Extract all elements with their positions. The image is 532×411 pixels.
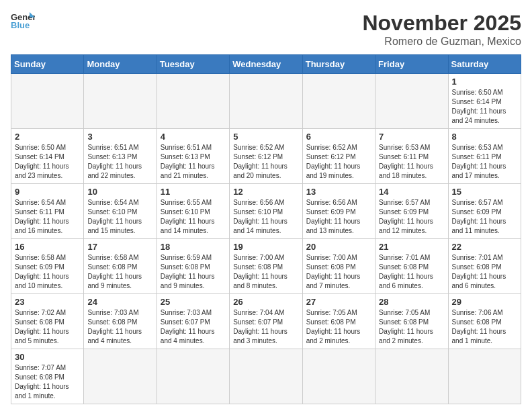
day-info: Sunrise: 7:02 AM Sunset: 6:08 PM Dayligh… [15,308,80,346]
day-number: 2 [15,132,80,142]
day-info: Sunrise: 7:05 AM Sunset: 6:08 PM Dayligh… [306,308,371,346]
day-number: 18 [161,242,226,252]
day-info: Sunrise: 7:03 AM Sunset: 6:08 PM Dayligh… [87,308,152,346]
day-number: 22 [452,242,517,252]
day-number: 7 [379,132,444,142]
weekday-header: Tuesday [157,55,229,74]
day-info: Sunrise: 7:01 AM Sunset: 6:08 PM Dayligh… [379,253,444,291]
day-number: 1 [452,77,517,87]
calendar-day-cell: 11Sunrise: 6:55 AM Sunset: 6:10 PM Dayli… [157,184,229,239]
day-number: 23 [15,297,80,307]
day-info: Sunrise: 7:01 AM Sunset: 6:08 PM Dayligh… [452,253,517,291]
calendar-day-cell [157,74,229,129]
day-number: 9 [15,187,80,197]
day-info: Sunrise: 7:05 AM Sunset: 6:08 PM Dayligh… [379,308,444,346]
day-number: 3 [87,132,152,142]
calendar-week-row: 16Sunrise: 6:58 AM Sunset: 6:09 PM Dayli… [11,239,521,294]
calendar-day-cell: 21Sunrise: 7:01 AM Sunset: 6:08 PM Dayli… [375,239,448,294]
calendar-week-row: 23Sunrise: 7:02 AM Sunset: 6:08 PM Dayli… [11,294,521,349]
calendar-day-cell: 10Sunrise: 6:54 AM Sunset: 6:10 PM Dayli… [84,184,157,239]
calendar-day-cell: 23Sunrise: 7:02 AM Sunset: 6:08 PM Dayli… [11,294,84,349]
calendar-day-cell: 18Sunrise: 6:59 AM Sunset: 6:08 PM Dayli… [157,239,229,294]
day-info: Sunrise: 6:58 AM Sunset: 6:09 PM Dayligh… [15,253,80,291]
calendar-day-cell: 12Sunrise: 6:56 AM Sunset: 6:10 PM Dayli… [230,184,302,239]
page-header: General Blue November 2025 Romero de Guz… [11,11,521,48]
calendar-day-cell: 17Sunrise: 6:58 AM Sunset: 6:08 PM Dayli… [84,239,157,294]
weekday-header-row: SundayMondayTuesdayWednesdayThursdayFrid… [11,55,521,74]
calendar-week-row: 9Sunrise: 6:54 AM Sunset: 6:11 PM Daylig… [11,184,521,239]
calendar-day-cell: 13Sunrise: 6:56 AM Sunset: 6:09 PM Dayli… [302,184,375,239]
calendar-week-row: 1Sunrise: 6:50 AM Sunset: 6:14 PM Daylig… [11,74,521,129]
calendar-day-cell [157,349,229,404]
calendar-day-cell: 5Sunrise: 6:52 AM Sunset: 6:12 PM Daylig… [230,129,302,184]
day-info: Sunrise: 6:52 AM Sunset: 6:12 PM Dayligh… [306,143,371,181]
day-info: Sunrise: 6:54 AM Sunset: 6:10 PM Dayligh… [87,198,152,236]
day-info: Sunrise: 6:58 AM Sunset: 6:08 PM Dayligh… [87,253,152,291]
day-number: 8 [452,132,517,142]
weekday-header: Sunday [11,55,84,74]
calendar-day-cell: 4Sunrise: 6:51 AM Sunset: 6:13 PM Daylig… [157,129,229,184]
month-title: November 2025 [362,11,521,36]
day-number: 30 [15,352,80,362]
day-number: 25 [161,297,226,307]
day-number: 17 [87,242,152,252]
day-info: Sunrise: 6:54 AM Sunset: 6:11 PM Dayligh… [15,198,80,236]
day-number: 20 [306,242,371,252]
calendar-day-cell: 14Sunrise: 6:57 AM Sunset: 6:09 PM Dayli… [375,184,448,239]
calendar-day-cell: 22Sunrise: 7:01 AM Sunset: 6:08 PM Dayli… [448,239,521,294]
day-number: 6 [306,132,371,142]
day-number: 11 [161,187,226,197]
calendar-day-cell [84,74,157,129]
day-number: 19 [233,242,298,252]
day-number: 15 [452,187,517,197]
day-info: Sunrise: 6:57 AM Sunset: 6:09 PM Dayligh… [379,198,444,236]
day-number: 4 [161,132,226,142]
weekday-header: Wednesday [230,55,302,74]
weekday-header: Thursday [302,55,375,74]
day-info: Sunrise: 7:06 AM Sunset: 6:08 PM Dayligh… [452,308,517,346]
day-number: 29 [452,297,517,307]
day-number: 26 [233,297,298,307]
calendar-day-cell [448,349,521,404]
day-number: 24 [87,297,152,307]
calendar-day-cell [11,74,84,129]
calendar-day-cell: 19Sunrise: 7:00 AM Sunset: 6:08 PM Dayli… [230,239,302,294]
calendar-day-cell: 26Sunrise: 7:04 AM Sunset: 6:07 PM Dayli… [230,294,302,349]
day-info: Sunrise: 6:55 AM Sunset: 6:10 PM Dayligh… [161,198,226,236]
day-number: 27 [306,297,371,307]
calendar-day-cell [302,74,375,129]
calendar-day-cell: 7Sunrise: 6:53 AM Sunset: 6:11 PM Daylig… [375,129,448,184]
day-info: Sunrise: 6:50 AM Sunset: 6:14 PM Dayligh… [15,143,80,181]
day-number: 10 [87,187,152,197]
day-info: Sunrise: 7:03 AM Sunset: 6:07 PM Dayligh… [161,308,226,346]
day-number: 5 [233,132,298,142]
calendar-day-cell: 30Sunrise: 7:07 AM Sunset: 6:08 PM Dayli… [11,349,84,404]
logo-icon: General Blue [11,11,35,30]
calendar-week-row: 2Sunrise: 6:50 AM Sunset: 6:14 PM Daylig… [11,129,521,184]
day-info: Sunrise: 7:00 AM Sunset: 6:08 PM Dayligh… [306,253,371,291]
calendar-day-cell: 20Sunrise: 7:00 AM Sunset: 6:08 PM Dayli… [302,239,375,294]
day-number: 28 [379,297,444,307]
day-info: Sunrise: 6:56 AM Sunset: 6:10 PM Dayligh… [233,198,298,236]
svg-text:Blue: Blue [11,20,30,30]
location-subtitle: Romero de Guzman, Mexico [362,36,521,48]
day-number: 14 [379,187,444,197]
title-area: November 2025 Romero de Guzman, Mexico [362,11,521,48]
day-number: 13 [306,187,371,197]
calendar-day-cell: 8Sunrise: 6:53 AM Sunset: 6:11 PM Daylig… [448,129,521,184]
calendar-day-cell: 2Sunrise: 6:50 AM Sunset: 6:14 PM Daylig… [11,129,84,184]
calendar-day-cell: 29Sunrise: 7:06 AM Sunset: 6:08 PM Dayli… [448,294,521,349]
calendar-day-cell [375,74,448,129]
day-info: Sunrise: 6:53 AM Sunset: 6:11 PM Dayligh… [379,143,444,181]
calendar-day-cell: 3Sunrise: 6:51 AM Sunset: 6:13 PM Daylig… [84,129,157,184]
day-info: Sunrise: 7:00 AM Sunset: 6:08 PM Dayligh… [233,253,298,291]
day-number: 21 [379,242,444,252]
calendar-day-cell: 15Sunrise: 6:57 AM Sunset: 6:09 PM Dayli… [448,184,521,239]
day-info: Sunrise: 6:51 AM Sunset: 6:13 PM Dayligh… [87,143,152,181]
day-info: Sunrise: 7:07 AM Sunset: 6:08 PM Dayligh… [15,363,80,401]
calendar-day-cell [302,349,375,404]
calendar-week-row: 30Sunrise: 7:07 AM Sunset: 6:08 PM Dayli… [11,349,521,404]
calendar-day-cell: 24Sunrise: 7:03 AM Sunset: 6:08 PM Dayli… [84,294,157,349]
day-info: Sunrise: 6:51 AM Sunset: 6:13 PM Dayligh… [161,143,226,181]
day-number: 12 [233,187,298,197]
